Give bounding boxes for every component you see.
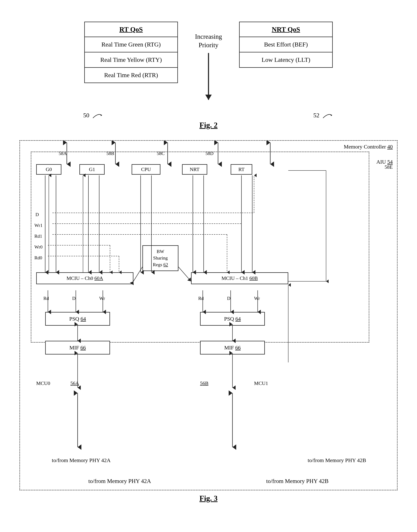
mif-right-box: MIF 66 xyxy=(200,341,265,355)
label-58c: 58C xyxy=(157,151,165,156)
priority-text: IncreasingPriority xyxy=(195,33,222,49)
rt-qos-item-1: Real Time Green (RTG) xyxy=(85,37,177,53)
block-g0: G0 xyxy=(36,164,61,175)
right-wr-label: Wr xyxy=(254,296,260,301)
label-52: 52 xyxy=(313,112,319,119)
curve-arrow-50 xyxy=(91,112,104,119)
fig2-title: Fig. 2 xyxy=(14,121,403,130)
label-rd1: Rd1 xyxy=(34,234,42,239)
label-58b: 58B xyxy=(106,151,114,156)
fig3-title: Fig. 3 xyxy=(20,494,397,503)
fig3-section: Memory Controller 40 AIU 54 58E 58A 58B … xyxy=(20,140,397,503)
label-50-area: 50 xyxy=(83,112,104,119)
rt-qos-item-2: Real Time Yellow (RTY) xyxy=(85,53,177,68)
right-rd-label: Rd xyxy=(198,296,204,301)
bottom-right-text: to/from Memory PHY 42B xyxy=(234,478,360,484)
rt-qos-item-3: Real Time Red (RTR) xyxy=(85,68,177,83)
nrt-qos-item-1: Best Effort (BEF) xyxy=(240,37,332,53)
mif-left-box: MIF 66 xyxy=(45,341,110,355)
bottom-right-label: to/from Memory PHY 42B xyxy=(281,457,393,463)
mcu0-ref: 56A xyxy=(70,380,79,386)
page: { "fig2": { "rt_qos": { "title": "RT QoS… xyxy=(0,0,417,532)
mciu-ch1-box: MCIU – Ch1 60B xyxy=(191,272,288,284)
psq-right-box: PSQ 64 xyxy=(200,312,265,326)
rt-qos-box: RT QoS Real Time Green (RTG) Real Time Y… xyxy=(84,22,178,83)
block-rt: RT xyxy=(231,164,252,175)
label-58e: 58E xyxy=(385,164,393,170)
bottom-left-label: to/from Memory PHY 42A xyxy=(25,457,137,463)
label-58a: 58A xyxy=(59,151,67,156)
mcu1-label: MCU1 xyxy=(254,380,268,386)
label-50: 50 xyxy=(83,112,89,119)
bw-sharing-box: BWSharingRegs 62 xyxy=(142,245,178,271)
psq-left-box: PSQ 64 xyxy=(45,312,110,326)
label-58d: 58D xyxy=(205,151,214,156)
left-wr-label: Wr xyxy=(99,296,105,301)
mcu1-ref: 56B xyxy=(200,380,208,386)
block-g1: G1 xyxy=(79,164,104,175)
fig3-outer-box: Memory Controller 40 AIU 54 58E 58A 58B … xyxy=(20,140,397,490)
aiu-label: AIU 54 xyxy=(376,159,393,165)
block-cpu: CPU xyxy=(132,164,160,175)
bottom-left-text: to/from Memory PHY 42A xyxy=(57,478,183,484)
left-d-label: D xyxy=(72,296,76,301)
rt-qos-title: RT QoS xyxy=(85,22,177,37)
label-rd0: Rd0 xyxy=(34,255,42,261)
nrt-qos-item-2: Low Latency (LLT) xyxy=(240,53,332,67)
block-nrt: NRT xyxy=(182,164,207,175)
right-d-label: D xyxy=(227,296,230,301)
mcu0-label: MCU0 xyxy=(36,380,50,386)
label-d: D xyxy=(35,212,39,217)
fig2-diagram: RT QoS Real Time Green (RTG) Real Time Y… xyxy=(14,22,403,112)
nrt-qos-title: NRT QoS xyxy=(240,22,332,37)
nrt-qos-box: NRT QoS Best Effort (BEF) Low Latency (L… xyxy=(239,22,333,68)
left-rd-label: Rd xyxy=(43,296,49,301)
mciu-ch0-box: MCIU – Ch0 60A xyxy=(36,272,133,284)
memory-controller-label: Memory Controller 40 xyxy=(344,144,393,150)
label-wr0: Wr0 xyxy=(34,244,42,250)
label-wr1: Wr1 xyxy=(34,223,42,228)
curve-arrow-52 xyxy=(321,112,334,119)
priority-area: IncreasingPriority xyxy=(178,22,239,100)
label-52-area: 52 xyxy=(313,112,334,119)
priority-arrow xyxy=(208,53,209,100)
fig3-diagram: Memory Controller 40 AIU 54 58E 58A 58B … xyxy=(20,141,398,474)
